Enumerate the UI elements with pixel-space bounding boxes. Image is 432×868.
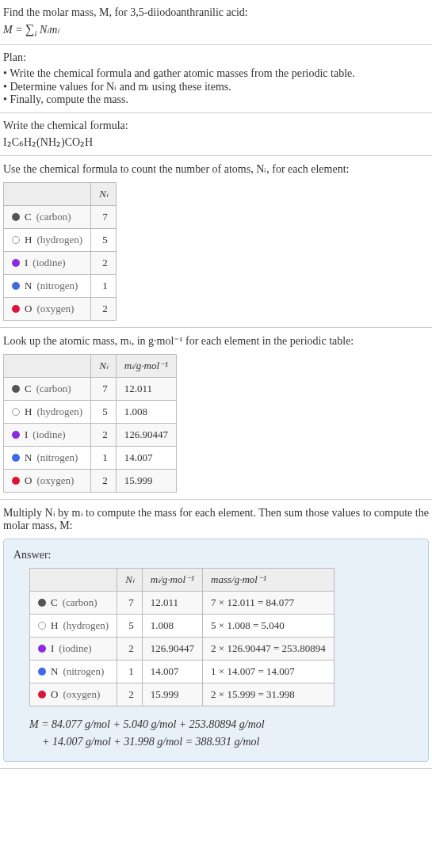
element-name: (oxygen)	[36, 303, 74, 315]
element-cell: I (iodine)	[4, 251, 91, 274]
element-cell: N (nitrogen)	[4, 274, 91, 297]
formula-section: Write the chemical formula: I₂C₆H₂(NH₂)C…	[0, 113, 432, 156]
element-name: (hydrogen)	[36, 234, 82, 246]
element-name: (carbon)	[36, 383, 71, 395]
mass-calc: 1 × 14.007 = 14.007	[203, 660, 335, 683]
n-value: 2	[117, 637, 143, 660]
n-value: 5	[117, 614, 143, 637]
element-cell: C (carbon)	[4, 377, 91, 400]
plan-item-1: • Write the chemical formula and gather …	[3, 67, 429, 80]
element-symbol: O	[25, 474, 32, 487]
element-name: (hydrogen)	[63, 619, 109, 632]
n-value: 2	[91, 469, 117, 492]
element-dot-icon	[12, 305, 20, 313]
table-row: I (iodine)2126.90447	[4, 423, 177, 446]
compute-section: Multiply Nᵢ by mᵢ to compute the mass fo…	[0, 500, 432, 769]
element-cell: N (nitrogen)	[4, 446, 91, 469]
mass-title: Look up the atomic mass, mᵢ, in g·mol⁻¹ …	[3, 334, 429, 348]
table-row: C (carbon)7	[4, 205, 117, 228]
formula-title: Write the chemical formula:	[3, 120, 429, 132]
mass-header-ni: Nᵢ	[91, 354, 117, 377]
plan-item-2: • Determine values for Nᵢ and mᵢ using t…	[3, 80, 429, 93]
element-symbol: N	[25, 280, 32, 292]
n-value: 7	[91, 377, 117, 400]
element-symbol: C	[25, 383, 32, 395]
element-dot-icon	[38, 668, 46, 676]
answer-header-mass: mass/g·mol⁻¹	[203, 568, 335, 591]
table-row: I (iodine)2	[4, 251, 117, 274]
table-row: H (hydrogen)5	[4, 228, 117, 251]
element-dot-icon	[12, 236, 20, 244]
element-dot-icon	[12, 282, 20, 290]
element-name: (carbon)	[63, 596, 97, 609]
n-value: 1	[91, 446, 117, 469]
element-name: (hydrogen)	[36, 405, 82, 418]
answer-table: Nᵢ mᵢ/g·mol⁻¹ mass/g·mol⁻¹ C (carbon)712…	[29, 568, 335, 706]
answer-header-ni: Nᵢ	[117, 568, 143, 591]
table-row: H (hydrogen)51.0085 × 1.008 = 5.040	[30, 614, 335, 637]
m-value: 12.011	[116, 377, 176, 400]
count-title: Use the chemical formula to count the nu…	[3, 162, 429, 176]
result-line-1: M = 84.077 g/mol + 5.040 g/mol + 253.808…	[29, 716, 419, 733]
n-value: 2	[91, 251, 117, 274]
n-value: 7	[117, 591, 143, 614]
mass-header-mi: mᵢ/g·mol⁻¹	[116, 354, 176, 377]
count-header-empty	[4, 182, 91, 205]
element-cell: H (hydrogen)	[30, 614, 117, 637]
result-line-2: + 14.007 g/mol + 31.998 g/mol = 388.931 …	[42, 733, 419, 751]
element-cell: C (carbon)	[30, 591, 117, 614]
element-symbol: N	[25, 451, 32, 464]
element-name: (nitrogen)	[36, 451, 78, 464]
element-symbol: H	[51, 619, 58, 632]
m-value: 12.011	[142, 591, 202, 614]
m-value: 14.007	[142, 660, 202, 683]
intro-text: Find the molar mass, M, for 3,5-diiodoan…	[3, 6, 429, 19]
element-dot-icon	[12, 213, 20, 221]
element-dot-icon	[38, 622, 46, 630]
element-name: (iodine)	[32, 257, 65, 269]
element-symbol: C	[25, 211, 32, 223]
element-name: (nitrogen)	[36, 280, 78, 292]
element-dot-icon	[38, 599, 46, 607]
table-row: N (nitrogen)1	[4, 274, 117, 297]
table-row: O (oxygen)215.999	[4, 469, 177, 492]
element-symbol: I	[51, 642, 54, 655]
element-name: (iodine)	[32, 428, 65, 441]
element-symbol: O	[25, 303, 32, 315]
n-value: 7	[91, 205, 117, 228]
element-cell: N (nitrogen)	[30, 660, 117, 683]
count-section: Use the chemical formula to count the nu…	[0, 156, 432, 328]
m-value: 126.90447	[116, 423, 176, 446]
element-dot-icon	[12, 385, 20, 393]
n-value: 1	[117, 660, 143, 683]
m-value: 14.007	[116, 446, 176, 469]
mass-calc: 5 × 1.008 = 5.040	[203, 614, 335, 637]
element-name: (oxygen)	[63, 688, 100, 701]
compute-title: Multiply Nᵢ by mᵢ to compute the mass fo…	[3, 506, 429, 532]
table-row: N (nitrogen)114.0071 × 14.007 = 14.007	[30, 660, 335, 683]
element-symbol: I	[25, 428, 28, 441]
element-cell: I (iodine)	[30, 637, 117, 660]
element-name: (oxygen)	[36, 474, 74, 487]
element-cell: I (iodine)	[4, 423, 91, 446]
element-cell: O (oxygen)	[4, 469, 91, 492]
formula-rest: Nᵢmᵢ	[36, 24, 59, 36]
answer-box: Answer: Nᵢ mᵢ/g·mol⁻¹ mass/g·mol⁻¹ C (ca…	[3, 539, 429, 762]
plan-list: • Write the chemical formula and gather …	[3, 67, 429, 106]
m-value: 1.008	[142, 614, 202, 637]
table-row: O (oxygen)2	[4, 297, 117, 320]
element-dot-icon	[12, 431, 20, 439]
mass-table: Nᵢ mᵢ/g·mol⁻¹ C (carbon)712.011H (hydrog…	[3, 354, 177, 493]
mass-calc: 2 × 126.90447 = 253.80894	[203, 637, 335, 660]
table-row: H (hydrogen)51.008	[4, 400, 177, 423]
intro-section: Find the molar mass, M, for 3,5-diiodoan…	[0, 0, 432, 45]
n-value: 1	[91, 274, 117, 297]
mass-calc: 2 × 15.999 = 31.998	[203, 683, 335, 706]
n-value: 2	[91, 423, 117, 446]
answer-math: M = 84.077 g/mol + 5.040 g/mol + 253.808…	[29, 716, 419, 752]
mass-calc: 7 × 12.011 = 84.077	[203, 591, 335, 614]
element-cell: C (carbon)	[4, 205, 91, 228]
element-name: (iodine)	[59, 642, 91, 655]
plan-title: Plan:	[3, 51, 429, 64]
answer-header-mi: mᵢ/g·mol⁻¹	[142, 568, 202, 591]
